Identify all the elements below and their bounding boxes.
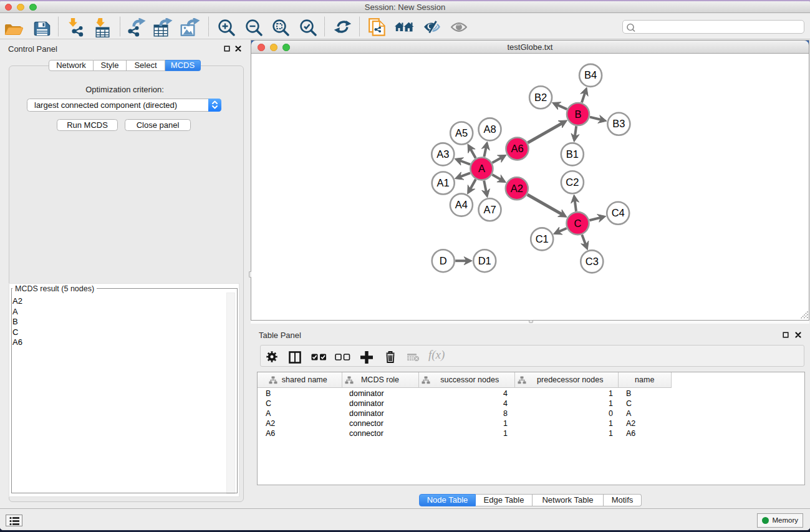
svg-text:B3: B3 bbox=[612, 118, 625, 129]
svg-text:B: B bbox=[574, 109, 581, 120]
svg-text:A7: A7 bbox=[483, 204, 496, 215]
svg-text:B1: B1 bbox=[566, 148, 579, 160]
svg-text:C1: C1 bbox=[536, 233, 549, 244]
svg-text:A8: A8 bbox=[483, 123, 496, 135]
svg-text:A4: A4 bbox=[455, 199, 468, 210]
svg-text:C2: C2 bbox=[566, 177, 579, 188]
svg-text:A1: A1 bbox=[437, 177, 450, 188]
svg-text:C: C bbox=[574, 218, 582, 229]
svg-text:A5: A5 bbox=[455, 127, 468, 138]
svg-text:D1: D1 bbox=[478, 255, 491, 266]
svg-text:B4: B4 bbox=[584, 69, 597, 80]
svg-text:C4: C4 bbox=[612, 207, 625, 218]
svg-text:A3: A3 bbox=[436, 148, 449, 160]
svg-text:A6: A6 bbox=[511, 143, 523, 154]
svg-text:B2: B2 bbox=[534, 92, 547, 103]
svg-text:C3: C3 bbox=[586, 256, 599, 267]
svg-text:D: D bbox=[440, 255, 447, 266]
svg-text:A2: A2 bbox=[511, 183, 523, 194]
svg-text:A: A bbox=[478, 163, 485, 174]
